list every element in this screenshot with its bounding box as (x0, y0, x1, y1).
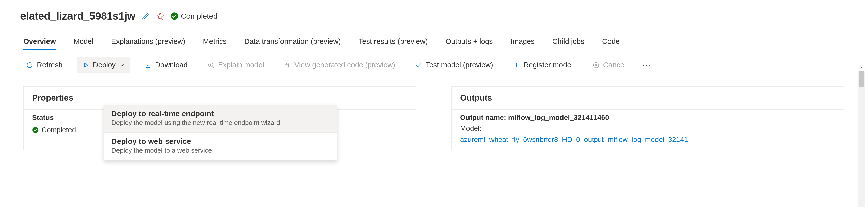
check-icon (415, 62, 422, 69)
register-model-button[interactable]: Register model (507, 57, 579, 73)
output-name-value: mlflow_log_model_321411460 (508, 114, 609, 121)
download-label: Download (155, 61, 188, 69)
download-icon (145, 62, 152, 69)
deploy-web-sub: Deploy the model to a web service (112, 147, 330, 154)
scrollbar-track[interactable] (859, 71, 865, 207)
output-name-label: Output name: (460, 114, 508, 121)
overflow-menu-icon[interactable]: ··· (640, 60, 653, 70)
tab-bar: Overview Model Explanations (preview) Me… (20, 37, 868, 50)
page-title: elated_lizard_5981s1jw (20, 10, 135, 22)
download-button[interactable]: Download (139, 57, 193, 73)
cancel-label: Cancel (603, 61, 626, 69)
magnify-plus-icon (208, 62, 215, 69)
deploy-label: Deploy (93, 61, 116, 69)
status-value: Completed (42, 125, 76, 135)
status-badge-label: Completed (181, 12, 218, 21)
cancel-icon (593, 62, 600, 69)
tab-outputs-logs[interactable]: Outputs + logs (445, 37, 493, 50)
deploy-realtime-endpoint[interactable]: Deploy to real-time endpoint Deploy the … (104, 105, 337, 132)
explain-label: Explain model (218, 61, 264, 69)
tab-overview[interactable]: Overview (23, 37, 56, 50)
outputs-panel: Outputs Output name: mlflow_log_model_32… (451, 86, 844, 150)
scrollbar-up-icon[interactable] (859, 65, 865, 71)
explain-model-button: Explain model (202, 57, 270, 73)
test-model-label: Test model (preview) (426, 61, 493, 69)
tab-model[interactable]: Model (73, 37, 93, 50)
favorite-star-icon[interactable] (156, 11, 165, 21)
outputs-heading: Outputs (452, 86, 844, 109)
tab-metrics[interactable]: Metrics (203, 37, 226, 50)
deploy-realtime-sub: Deploy the model using the new real-time… (112, 119, 330, 127)
model-label: Model: (460, 123, 835, 134)
command-bar: Refresh Deploy Download (20, 57, 868, 73)
refresh-label: Refresh (37, 61, 63, 69)
status-badge: Completed (170, 12, 218, 21)
tab-images[interactable]: Images (511, 37, 535, 50)
register-label: Register model (524, 61, 573, 69)
tab-code[interactable]: Code (602, 37, 620, 50)
tab-child-jobs[interactable]: Child jobs (552, 37, 585, 50)
view-code-label: View generated code (preview) (294, 61, 395, 69)
test-model-button[interactable]: Test model (preview) (409, 57, 499, 73)
refresh-button[interactable]: Refresh (20, 57, 68, 73)
scrollbar-thumb[interactable] (859, 71, 865, 87)
edit-icon[interactable] (141, 11, 150, 21)
deploy-web-service[interactable]: Deploy to web service Deploy the model t… (104, 133, 337, 160)
success-icon (32, 127, 39, 133)
play-icon (82, 62, 89, 69)
cancel-button: Cancel (587, 57, 631, 73)
tab-data-transformation[interactable]: Data transformation (preview) (244, 37, 341, 50)
deploy-web-title: Deploy to web service (112, 137, 330, 146)
deploy-dropdown: Deploy to real-time endpoint Deploy the … (103, 104, 337, 160)
tab-explanations[interactable]: Explanations (preview) (111, 37, 185, 50)
deploy-realtime-title: Deploy to real-time endpoint (112, 109, 330, 118)
view-code-button: View generated code (preview) (278, 57, 401, 73)
tab-test-results[interactable]: Test results (preview) (359, 37, 428, 50)
refresh-icon (26, 61, 33, 69)
model-link[interactable]: azureml_wheat_fly_6wsnbrfdr8_HD_0_output… (460, 134, 835, 145)
chevron-down-icon (119, 62, 125, 68)
hash-icon (284, 62, 291, 69)
deploy-button[interactable]: Deploy (77, 57, 130, 73)
plus-icon (513, 62, 520, 69)
